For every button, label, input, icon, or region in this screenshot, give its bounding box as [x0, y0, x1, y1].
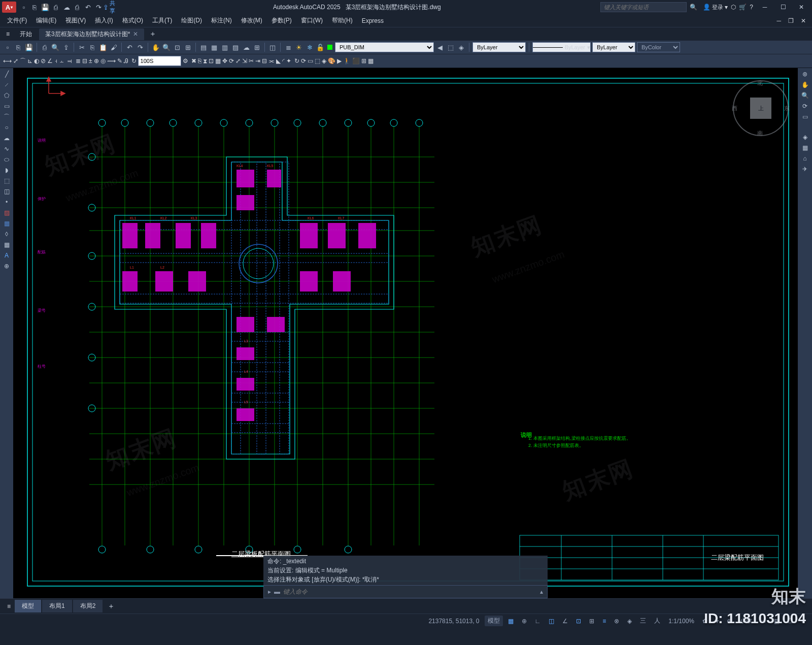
- new-icon[interactable]: ▫: [3, 43, 12, 52]
- nav-fullnav-icon[interactable]: ◈: [799, 132, 811, 142]
- menu-view[interactable]: 视图(V): [61, 15, 90, 26]
- layout-menu-icon[interactable]: ≡: [4, 603, 14, 610]
- dimstyle-input[interactable]: [138, 56, 181, 66]
- qc-icon[interactable]: ⊞: [252, 43, 261, 52]
- linetype-select[interactable]: ByLayer▾: [532, 42, 591, 52]
- status-annoscale[interactable]: 1:1/100%: [665, 617, 697, 626]
- tab-start[interactable]: 开始: [14, 28, 38, 40]
- search-icon[interactable]: 🔍: [690, 4, 700, 11]
- qat-new-icon[interactable]: ▫: [19, 3, 28, 12]
- zoom-icon[interactable]: 🔍: [162, 43, 171, 52]
- layer-state-icon[interactable]: ⬚: [446, 43, 455, 52]
- color-select[interactable]: ByLayer: [472, 42, 526, 52]
- status-lwt-icon[interactable]: ⊗: [611, 617, 622, 626]
- center-icon[interactable]: ⊕: [94, 57, 99, 64]
- viewcube-n[interactable]: 北: [757, 79, 763, 87]
- status-anno-icon[interactable]: 人: [651, 616, 663, 626]
- app-menu-button[interactable]: A▾: [2, 2, 16, 13]
- draw-table-icon[interactable]: ▦: [1, 240, 12, 250]
- menu-edit[interactable]: 编辑(E): [32, 15, 60, 26]
- jog-icon[interactable]: ⟿: [107, 57, 116, 64]
- menu-param[interactable]: 参数(P): [267, 15, 296, 26]
- viewcube-s[interactable]: 南: [757, 130, 763, 137]
- markup-icon[interactable]: ☁: [242, 43, 251, 52]
- help-icon[interactable]: ?: [750, 4, 753, 11]
- viewcube-e[interactable]: 东: [784, 105, 790, 112]
- tab-close-icon[interactable]: ✕: [133, 30, 138, 38]
- mod-copy-icon[interactable]: ⎘: [198, 57, 201, 64]
- mod-trim-icon[interactable]: ✂: [249, 57, 254, 64]
- qat-save-icon[interactable]: 💾: [41, 3, 50, 12]
- undo-icon[interactable]: ↶: [125, 43, 134, 52]
- status-polar-icon[interactable]: ◫: [546, 617, 557, 626]
- draw-pline-icon[interactable]: ⟋: [1, 80, 12, 90]
- nav-2d-icon[interactable]: ▦: [799, 143, 811, 153]
- qat-open-icon[interactable]: ⎘: [30, 3, 39, 12]
- view-regen-icon[interactable]: ⟳: [301, 57, 306, 64]
- view-tile-icon[interactable]: ⊞: [361, 57, 366, 64]
- block-icon[interactable]: ◫: [268, 43, 277, 52]
- tab-add-button[interactable]: ＋: [145, 29, 160, 39]
- nav-orbit-icon[interactable]: ⟳: [799, 101, 811, 111]
- dim-radius-icon[interactable]: ◐: [34, 57, 39, 64]
- nav-pan-icon[interactable]: ✋: [799, 80, 811, 90]
- layer-select[interactable]: PUB_DIM: [335, 42, 434, 52]
- qat-web-icon[interactable]: ☁: [62, 3, 71, 12]
- menu-draw[interactable]: 绘图(D): [177, 15, 206, 26]
- draw-mtext-icon[interactable]: A: [1, 250, 12, 261]
- layer-props-icon[interactable]: ≣: [284, 43, 293, 52]
- qat-share-icon[interactable]: ⇪ 共享: [105, 3, 114, 12]
- draw-insert-icon[interactable]: ⬚: [1, 176, 12, 186]
- tab-document[interactable]: 某3层框架海边别墅结构设计图*✕: [39, 28, 144, 40]
- draw-spline-icon[interactable]: ∿: [1, 144, 12, 154]
- doc-restore-button[interactable]: ❐: [785, 16, 797, 25]
- status-grid-icon[interactable]: ▦: [505, 617, 517, 626]
- view-walk-icon[interactable]: 🚶: [343, 57, 351, 64]
- inspect-icon[interactable]: ◎: [100, 57, 106, 64]
- login-button[interactable]: 👤 登录 ▾: [703, 4, 728, 11]
- layout-tab-2[interactable]: 布局2: [73, 600, 103, 612]
- dim-ang-icon[interactable]: ∠: [47, 57, 53, 64]
- dim-break-icon[interactable]: ⊟: [82, 57, 87, 64]
- menu-dim[interactable]: 标注(N): [207, 15, 236, 26]
- redo-icon[interactable]: ↷: [136, 43, 145, 52]
- maximize-button[interactable]: ☐: [774, 2, 792, 13]
- lineweight-select[interactable]: ByLayer: [592, 42, 635, 52]
- copy-icon[interactable]: ⎘: [88, 43, 97, 52]
- view-arrange-icon[interactable]: ▦: [368, 57, 374, 64]
- status-otrack-icon[interactable]: ≡: [599, 617, 609, 626]
- plot-icon[interactable]: ⎙: [40, 43, 49, 52]
- status-osnap-icon[interactable]: ⊡: [573, 617, 584, 626]
- dim-aligned-icon[interactable]: ⤢: [13, 57, 18, 64]
- mod-erase-icon[interactable]: ✖: [191, 57, 196, 64]
- menu-help[interactable]: 帮助(H): [328, 15, 357, 26]
- doc-minimize-button[interactable]: ─: [773, 16, 784, 25]
- status-3dosnap-icon[interactable]: ⊞: [586, 617, 597, 626]
- menu-express[interactable]: Express: [358, 16, 388, 25]
- mod-extend-icon[interactable]: ⇥: [255, 57, 260, 64]
- mod-move-icon[interactable]: ✥: [222, 57, 227, 64]
- layout-tab-1[interactable]: 布局1: [42, 600, 72, 612]
- mod-stretch-icon[interactable]: ⇲: [242, 57, 247, 64]
- mod-fillet-icon[interactable]: ◜: [282, 57, 285, 64]
- dim-arc-icon[interactable]: ⌒: [20, 57, 26, 66]
- close-button[interactable]: ✕: [793, 2, 810, 13]
- qat-plot-icon[interactable]: ⎙: [73, 3, 82, 12]
- qat-redo-icon[interactable]: ↷: [94, 3, 103, 12]
- draw-polygon-icon[interactable]: ⬠: [1, 90, 12, 101]
- help-search-input[interactable]: [600, 2, 687, 12]
- mod-explode-icon[interactable]: ✦: [286, 57, 291, 64]
- status-cycle-icon[interactable]: 三: [637, 616, 649, 626]
- draw-block-icon[interactable]: ◫: [1, 186, 12, 197]
- qat-undo-icon[interactable]: ↶: [83, 3, 92, 12]
- layout-tab-model[interactable]: 模型: [15, 600, 41, 612]
- status-coords[interactable]: 2137815, 51013, 0: [425, 617, 482, 626]
- cart-icon[interactable]: 🛒: [739, 4, 747, 11]
- nav-zoom-icon[interactable]: 🔍: [799, 90, 811, 101]
- view-3d-icon[interactable]: ⬚: [315, 57, 320, 64]
- mod-join-icon[interactable]: ⫘: [268, 57, 275, 64]
- save-icon[interactable]: 💾: [24, 43, 33, 52]
- dim-base-icon[interactable]: ⫠: [59, 57, 65, 64]
- draw-addsel-icon[interactable]: ⊕: [1, 261, 12, 271]
- minimize-button[interactable]: ─: [756, 2, 773, 13]
